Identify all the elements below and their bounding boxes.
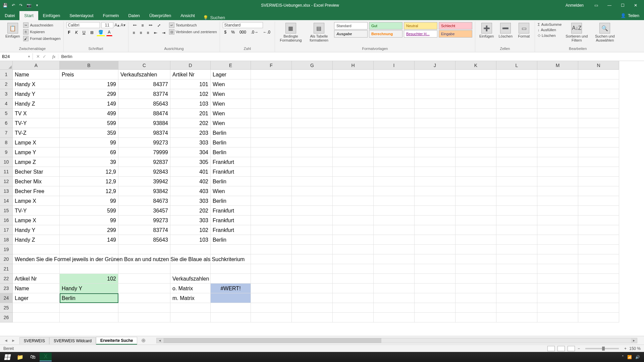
cell-J14[interactable]: [415, 196, 455, 206]
sheet-tab-0[interactable]: SVERWEIS: [19, 337, 49, 344]
cell-G5[interactable]: [292, 109, 333, 118]
cell-F14[interactable]: [251, 196, 292, 206]
cell-L16[interactable]: [496, 216, 537, 225]
align-bottom-icon[interactable]: ⬵: [147, 22, 154, 29]
cell-J6[interactable]: [415, 118, 455, 128]
tab-view[interactable]: Ansicht: [176, 11, 200, 20]
cell-A6[interactable]: TV-Y: [13, 118, 60, 128]
percent-icon[interactable]: %: [229, 29, 236, 36]
cell-M6[interactable]: [537, 118, 578, 128]
cell-J12[interactable]: [415, 177, 455, 186]
cell-I21[interactable]: [374, 264, 415, 274]
cell-E21[interactable]: [211, 264, 251, 274]
col-header-N[interactable]: N: [578, 61, 619, 70]
cell-C25[interactable]: [118, 303, 170, 313]
col-header-G[interactable]: G: [292, 61, 333, 70]
scroll-left-icon[interactable]: ◄: [157, 338, 163, 343]
col-header-B[interactable]: B: [60, 61, 118, 70]
cell-M8[interactable]: [537, 138, 578, 147]
col-header-D[interactable]: D: [170, 61, 211, 70]
maximize-icon[interactable]: ☐: [617, 1, 629, 10]
indent-right-icon[interactable]: ⇥: [160, 29, 167, 36]
cell-C12[interactable]: 39942: [118, 177, 170, 186]
cell-J21[interactable]: [415, 264, 455, 274]
cell-A26[interactable]: [13, 313, 60, 322]
row-header-10[interactable]: 10: [0, 157, 13, 167]
cell-M21[interactable]: [537, 264, 578, 274]
cell-C17[interactable]: 83774: [118, 225, 170, 235]
cell-J22[interactable]: [415, 274, 455, 284]
format-painter-button[interactable]: 🖌Format übertragen: [23, 36, 60, 42]
cell-J11[interactable]: [415, 167, 455, 177]
tab-start[interactable]: Start: [19, 11, 38, 20]
cell-C5[interactable]: 88474: [118, 109, 170, 118]
cell-N22[interactable]: [578, 274, 619, 284]
cell-L8[interactable]: [496, 138, 537, 147]
ribbon-display-icon[interactable]: ▭: [590, 1, 602, 10]
cell-N12[interactable]: [578, 177, 619, 186]
cell-B17[interactable]: 299: [60, 225, 118, 235]
cell-L23[interactable]: [496, 284, 537, 293]
cell-M23[interactable]: [537, 284, 578, 293]
cell-B26[interactable]: [60, 313, 118, 322]
format-cells-button[interactable]: ▭Format: [516, 22, 532, 39]
cell-M20[interactable]: [537, 254, 578, 264]
orientation-icon[interactable]: ⤢: [156, 22, 162, 29]
delete-cells-button[interactable]: ➖Löschen: [497, 22, 514, 39]
cell-N5[interactable]: [578, 109, 619, 118]
bold-button[interactable]: F: [66, 29, 72, 36]
cell-B25[interactable]: [60, 303, 118, 313]
cell-M3[interactable]: [537, 89, 578, 99]
cell-B12[interactable]: 12,9: [60, 177, 118, 186]
style-neutral[interactable]: Neutral: [404, 22, 437, 29]
col-header-E[interactable]: E: [211, 61, 251, 70]
name-box-dropdown-icon[interactable]: ▼: [28, 55, 31, 58]
cell-H14[interactable]: [333, 196, 374, 206]
cell-N2[interactable]: [578, 79, 619, 89]
col-header-J[interactable]: J: [415, 61, 455, 70]
row-header-14[interactable]: 14: [0, 196, 13, 206]
tray-network-icon[interactable]: 📶: [627, 355, 632, 359]
cell-C6[interactable]: 93884: [118, 118, 170, 128]
cell-J19[interactable]: [415, 245, 455, 254]
cell-B9[interactable]: 69: [60, 147, 118, 157]
cell-N1[interactable]: [578, 70, 619, 79]
cell-L3[interactable]: [496, 89, 537, 99]
cell-K10[interactable]: [455, 157, 496, 167]
cell-N24[interactable]: [578, 293, 619, 303]
cell-J9[interactable]: [415, 147, 455, 157]
sheet-nav-first-icon[interactable]: ◄: [4, 338, 8, 343]
decrease-font-icon[interactable]: A▾: [121, 23, 125, 27]
fill-button[interactable]: ↓Ausfüllen: [538, 27, 561, 32]
cell-N3[interactable]: [578, 89, 619, 99]
cell-D26[interactable]: [170, 313, 211, 322]
cell-K4[interactable]: [455, 99, 496, 109]
row-header-26[interactable]: 26: [0, 313, 13, 322]
cell-E15[interactable]: Frankfurt: [211, 206, 251, 216]
row-header-4[interactable]: 4: [0, 99, 13, 109]
cell-L11[interactable]: [496, 167, 537, 177]
cell-F13[interactable]: [251, 186, 292, 196]
cell-L12[interactable]: [496, 177, 537, 186]
cell-G3[interactable]: [292, 89, 333, 99]
cell-G26[interactable]: [292, 313, 333, 322]
cell-K7[interactable]: [455, 128, 496, 138]
cell-G17[interactable]: [292, 225, 333, 235]
cell-E24[interactable]: [211, 293, 251, 303]
cell-D25[interactable]: [170, 303, 211, 313]
font-color-button[interactable]: A: [106, 29, 112, 36]
cell-N17[interactable]: [578, 225, 619, 235]
cell-C11[interactable]: 92843: [118, 167, 170, 177]
cell-A8[interactable]: Lampe X: [13, 138, 60, 147]
cell-M22[interactable]: [537, 274, 578, 284]
cell-B18[interactable]: 149: [60, 235, 118, 245]
cell-G1[interactable]: [292, 70, 333, 79]
cell-I10[interactable]: [374, 157, 415, 167]
cell-L15[interactable]: [496, 206, 537, 216]
wrap-text-button[interactable]: ↵Textumbruch: [169, 22, 217, 28]
align-right-icon[interactable]: ≡: [145, 29, 151, 36]
cell-B8[interactable]: 99: [60, 138, 118, 147]
cell-I2[interactable]: [374, 79, 415, 89]
col-header-L[interactable]: L: [496, 61, 537, 70]
cell-I18[interactable]: [374, 235, 415, 245]
